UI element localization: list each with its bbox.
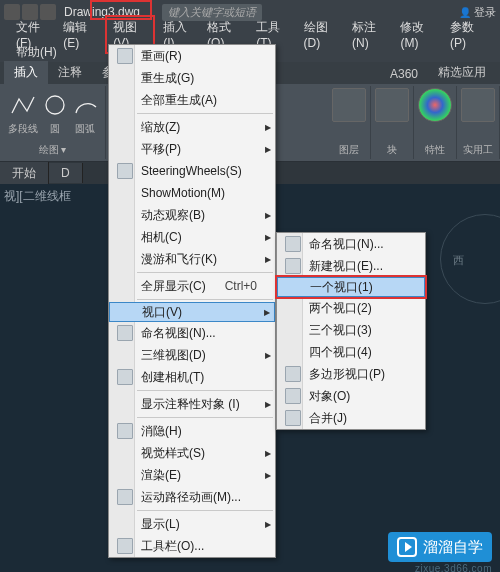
view-menu-item-16[interactable]: 三维视图(D) [109,344,275,366]
view-menu-item-8[interactable]: 动态观察(B) [109,204,275,226]
view-menu-item-17[interactable]: 创建相机(T) [109,366,275,388]
menu-modify[interactable]: 修改(M) [394,17,442,52]
view-menu-item-4[interactable]: 缩放(Z) [109,116,275,138]
viewport-submenu: 命名视口(N)...新建视口(E)...一个视口(1)两个视口(2)三个视口(3… [276,232,426,430]
circle-icon[interactable] [42,93,68,117]
panel-block: 块 [371,86,414,159]
menu-draw[interactable]: 绘图(D) [298,17,344,52]
polyline-label: 多段线 [8,120,38,136]
view-menu-item-10[interactable]: 漫游和飞行(K) [109,248,275,270]
menu-param[interactable]: 参数(P) [444,17,490,52]
view-menu-item-27[interactable]: 工具栏(O)... [109,535,275,557]
panel-draw-label: 绘图 ▾ [39,141,67,157]
play-icon [397,537,417,557]
view-menu-item-5[interactable]: 平移(P) [109,138,275,160]
menu-dim[interactable]: 标注(N) [346,17,392,52]
view-menu-item-9[interactable]: 相机(C) [109,226,275,248]
menu-edit[interactable]: 编辑(E) [57,17,103,52]
viewport-submenu-item-1[interactable]: 新建视口(E)... [277,255,425,277]
doc-tab-drawing[interactable]: D [49,163,83,183]
menu-bar: 文件(F) 编辑(E) 视图(V) 插入(I) 格式(O) 工具(T) 绘图(D… [0,24,500,44]
view-menu-item-6[interactable]: SteeringWheels(S) [109,160,275,182]
viewport-submenu-item-4[interactable]: 三个视口(3) [277,319,425,341]
view-menu-item-7[interactable]: ShowMotion(M) [109,182,275,204]
panel-props: 特性 [414,86,457,159]
view-menu-item-0[interactable]: 重画(R) [109,45,275,67]
viewport-submenu-item-0[interactable]: 命名视口(N)... [277,233,425,255]
panel-props-label: 特性 [425,141,445,157]
arc-label: 圆弧 [72,120,98,136]
properties-icon[interactable] [418,88,452,122]
viewport-submenu-item-3[interactable]: 两个视口(2) [277,297,425,319]
circle-label: 圆 [42,120,68,136]
viewport-submenu-item-6[interactable]: 多边形视口(P) [277,363,425,385]
panel-layers: 图层 [328,86,371,159]
viewport-controls[interactable]: 视][二维线框 [4,188,71,205]
arc-icon[interactable] [72,93,98,117]
viewport-submenu-item-7[interactable]: 对象(O) [277,385,425,407]
viewport-submenu-item-2[interactable]: 一个视口(1) [277,277,425,297]
view-menu-item-23[interactable]: 渲染(E) [109,464,275,486]
view-menu-dropdown: 重画(R)重生成(G)全部重生成(A)缩放(Z)平移(P)SteeringWhe… [108,44,276,558]
nav-dir-west: 西 [453,253,464,268]
view-menu-item-14[interactable]: 视口(V) [109,302,275,322]
svg-point-0 [46,96,64,114]
ribbon-tab-a360[interactable]: A360 [380,64,428,84]
menu-help[interactable]: 帮助(H) [10,43,63,61]
view-menu-item-19[interactable]: 显示注释性对象 (I) [109,393,275,415]
viewport-submenu-item-8[interactable]: 合并(J) [277,407,425,429]
view-menu-item-26[interactable]: 显示(L) [109,513,275,535]
doc-tab-start[interactable]: 开始 [0,162,49,185]
watermark: 溜溜自学 [388,532,492,562]
panel-util-label: 实用工 [463,141,493,157]
view-menu-item-12[interactable]: 全屏显示(C)Ctrl+0 [109,275,275,297]
block-icon[interactable] [375,88,409,122]
panel-layers-label: 图层 [339,141,359,157]
panel-util: 实用工 [457,86,500,159]
layers-icon[interactable] [332,88,366,122]
utilities-icon[interactable] [461,88,495,122]
ribbon-tab-annotate[interactable]: 注释 [48,61,92,84]
polyline-icon[interactable] [9,93,37,117]
viewport-submenu-item-5[interactable]: 四个视口(4) [277,341,425,363]
nav-wheel[interactable]: 西 [440,214,500,304]
ribbon-tab-featured[interactable]: 精选应用 [428,61,496,84]
view-menu-item-21[interactable]: 消隐(H) [109,420,275,442]
view-menu-item-1[interactable]: 重生成(G) [109,67,275,89]
panel-draw: 多段线 圆 圆弧 绘图 ▾ [0,86,106,159]
watermark-text: 溜溜自学 [423,538,483,557]
panel-block-label: 块 [387,141,397,157]
view-menu-item-22[interactable]: 视觉样式(S) [109,442,275,464]
view-menu-item-15[interactable]: 命名视图(N)... [109,322,275,344]
ribbon-tab-insert[interactable]: 插入 [4,61,48,84]
view-menu-item-24[interactable]: 运动路径动画(M)... [109,486,275,508]
watermark-url: zixue.3d66.com [415,563,492,572]
view-menu-item-2[interactable]: 全部重生成(A) [109,89,275,111]
